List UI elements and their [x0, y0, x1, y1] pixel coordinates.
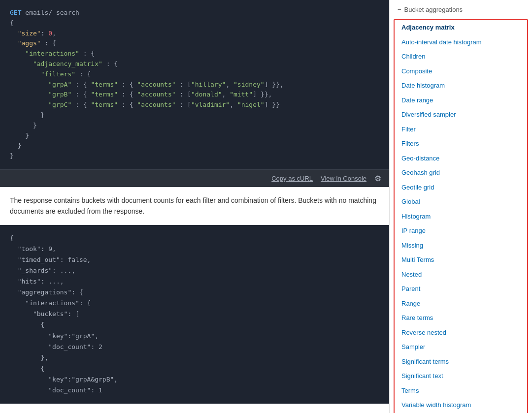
sidebar-item-geo-distance[interactable]: Geo-distance: [395, 151, 527, 166]
copy-curl-button[interactable]: Copy as cURL: [271, 175, 313, 182]
sidebar-item-date-histogram[interactable]: Date histogram: [395, 78, 527, 93]
description-text: The response contains buckets with docum…: [0, 187, 389, 225]
sidebar-item-filters[interactable]: Filters: [395, 136, 527, 151]
left-panel: GET emails/_search { "size": 0, "aggs" :…: [0, 0, 389, 413]
sidebar-item-ip-range[interactable]: IP range: [395, 223, 527, 238]
sidebar-item-reverse-nested[interactable]: Reverse nested: [395, 325, 527, 340]
sidebar-item-children[interactable]: Children: [395, 49, 527, 64]
sidebar-item-nested[interactable]: Nested: [395, 267, 527, 282]
right-panel-header: − Bucket aggregations: [390, 0, 532, 19]
response-code-block: { "took": 9, "timed_out": false, "_shard…: [0, 225, 389, 404]
sidebar-item-significant-terms[interactable]: Significant terms: [395, 354, 527, 369]
code-toolbar: Copy as cURL View in Console ⚙: [0, 169, 389, 187]
sidebar-item-range[interactable]: Range: [395, 296, 527, 311]
sidebar-item-global[interactable]: Global: [395, 194, 527, 209]
sidebar-item-auto-interval-date-histogram[interactable]: Auto-interval date histogram: [395, 35, 527, 50]
sidebar-item-geohash-grid[interactable]: Geohash grid: [395, 165, 527, 180]
sidebar-item-adjacency-matrix[interactable]: Adjacency matrix: [395, 20, 527, 35]
sidebar-item-filter[interactable]: Filter: [395, 122, 527, 137]
sidebar-item-multi-terms[interactable]: Multi Terms: [395, 253, 527, 267]
sidebar-item-geotile-grid[interactable]: Geotile grid: [395, 180, 527, 195]
sidebar-item-parent[interactable]: Parent: [395, 282, 527, 296]
sidebar-item-diversified-sampler[interactable]: Diversified sampler: [395, 107, 527, 122]
sidebar-list: Adjacency matrixAuto-interval date histo…: [394, 19, 528, 413]
view-in-console-button[interactable]: View in Console: [321, 175, 366, 182]
right-panel-title: Bucket aggregations: [404, 6, 463, 13]
collapse-icon[interactable]: −: [398, 6, 401, 13]
sidebar-item-significant-text[interactable]: Significant text: [395, 369, 527, 383]
sidebar-item-missing[interactable]: Missing: [395, 238, 527, 253]
sidebar-item-histogram[interactable]: Histogram: [395, 209, 527, 224]
sidebar-item-rare-terms[interactable]: Rare terms: [395, 311, 527, 325]
sidebar-item-variable-width-histogram[interactable]: Variable width histogram: [395, 398, 527, 413]
sidebar-item-sampler[interactable]: Sampler: [395, 340, 527, 354]
sidebar-item-terms[interactable]: Terms: [395, 383, 527, 398]
right-panel: − Bucket aggregations Adjacency matrixAu…: [389, 0, 532, 413]
query-code-block: GET emails/_search { "size": 0, "aggs" :…: [0, 0, 389, 169]
http-method: GET: [10, 9, 21, 16]
sidebar-item-composite[interactable]: Composite: [395, 64, 527, 79]
sidebar-item-date-range[interactable]: Date range: [395, 93, 527, 108]
settings-icon[interactable]: ⚙: [374, 174, 381, 183]
